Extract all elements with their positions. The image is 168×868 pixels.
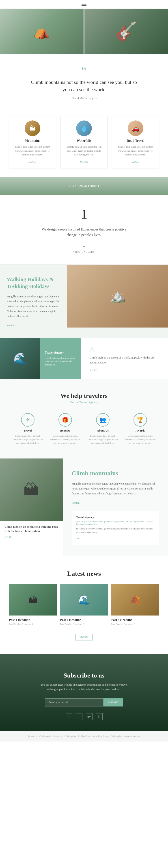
quote-section: “ Climb mountains not so the world can s…: [0, 54, 168, 109]
view-gallery-link[interactable]: VIEW GALLERY: [18, 251, 150, 253]
news-section-title: Latest news: [9, 570, 159, 577]
road-travel-avatar: 🚗: [128, 120, 143, 136]
agency-box-text: Speciality in worldwide small group walk…: [76, 527, 155, 534]
awards-label: Awards: [124, 429, 157, 432]
travel-icon: ✈: [21, 413, 35, 427]
social-icons-row: f t g+ in: [18, 713, 150, 720]
googleplus-icon[interactable]: g+: [86, 713, 92, 720]
trekking-more-link[interactable]: MORE: [7, 324, 15, 327]
subscribe-submit-button[interactable]: Submit: [103, 699, 123, 707]
subscribe-form: Submit: [45, 699, 123, 707]
trekking-section: Walking Holidays & Trekking Holidays Fri…: [0, 265, 168, 338]
card-mountains-text: Sample text. Click to select the text bo…: [14, 145, 51, 157]
quote-text: Climb mountains not so the world can see…: [28, 79, 140, 93]
card-mountains-more[interactable]: MORE: [29, 160, 37, 163]
news-meta-2: Post Details · Comments 0: [60, 623, 108, 625]
hero-image-tent: [0, 9, 84, 54]
subscribe-email-input[interactable]: [45, 699, 103, 707]
travel-label: Travel: [11, 429, 44, 432]
hamburger-menu[interactable]: [82, 3, 86, 6]
about-us-icon: 👥: [96, 413, 110, 427]
news-headline-2[interactable]: Post 2 Headline: [60, 618, 108, 622]
awards-text: Lorem ipsum dolor sit amet, consectetur …: [124, 434, 157, 445]
arrow-down-icon: ↓: [18, 242, 150, 248]
quote-author: David McCullough Jr.: [18, 97, 150, 100]
twitter-icon[interactable]: t: [76, 713, 82, 720]
news-more-button-container: MORE: [9, 634, 159, 641]
cards-section: 🏔 Mountains Sample text. Click to select…: [0, 109, 168, 177]
waterfalls-avatar: 💧: [76, 120, 92, 136]
travel-right: △ Climb high on an ascent of a trekking …: [81, 338, 168, 379]
footer: Sample text. Click to select the text bo…: [0, 731, 168, 742]
agency-box-title: Travel Agency: [76, 516, 155, 519]
travel-agency-box: Travel Agency Fringilla ut morbi tincidu…: [40, 338, 81, 379]
travel-row-section: Travel Agency Fringilla ut morbi tincidu…: [0, 338, 168, 379]
climb-caption-more-link[interactable]: MORE: [4, 536, 12, 538]
travel-right-text: Climb high on an ascent of a trekking pe…: [90, 355, 161, 365]
awards-icon: 🏆: [133, 413, 147, 427]
card-waterfalls-more[interactable]: MORE: [80, 160, 88, 163]
climb-section: Climb high on an ascent of a trekking pe…: [0, 459, 168, 556]
subscribe-text: You can expect great wildlife photograph…: [39, 682, 129, 692]
news-image-1: 🏔: [9, 584, 57, 616]
climb-left: Climb high on an ascent of a trekking pe…: [0, 459, 63, 556]
climb-right: Climb mountains Fringilla ut morbi tinci…: [63, 459, 168, 556]
subscribe-title: Subscribe to us: [18, 672, 150, 679]
card-road-travel-text: Sample text. Click to select the text bo…: [117, 145, 154, 157]
help-section-title: We help travelers: [11, 392, 157, 399]
benefits-text: Lorem ipsum dolor sit amet, consectetur …: [49, 434, 82, 445]
banner-text: Royal Peak Forest: [69, 184, 100, 188]
news-image-2: 🌊: [60, 584, 108, 616]
linkedin-icon[interactable]: in: [96, 713, 102, 720]
agency-info-box: Travel Agency Speciality in worldwide sm…: [72, 511, 159, 545]
news-headline-1[interactable]: Post 1 Headline: [9, 618, 57, 622]
trekking-text: Fringilla ut morbi tincidunt augue inter…: [7, 294, 60, 318]
news-card-3: 🍂 Post 3 Headline Post Details · Comment…: [111, 584, 159, 627]
trekking-title: Walking Holidays & Trekking Holidays: [7, 276, 60, 290]
number-section-text: We design People Inspired Experiences th…: [39, 226, 129, 238]
card-waterfalls-text: Sample text. Click to select the text bo…: [65, 145, 103, 157]
travel-right-more-link[interactable]: MORE: [90, 369, 97, 372]
card-road-travel-more[interactable]: MORE: [131, 160, 139, 163]
card-waterfalls: 💧 Waterfalls Sample text. Click to selec…: [60, 116, 108, 168]
about-us-label: About Us: [86, 429, 119, 432]
subscribe-section: Subscribe to us You can expect great wil…: [0, 654, 168, 731]
mountain-triangle-icon: △: [90, 345, 161, 353]
help-section: We help travelers Online Travel Agency ✈…: [0, 379, 168, 459]
agency-arrow-icon: →: [76, 536, 155, 540]
about-us-text: Lorem ipsum dolor sit amet, consectetur …: [86, 434, 119, 445]
navbar: [0, 0, 168, 9]
climb-right-more-link[interactable]: MORE: [72, 502, 80, 504]
card-waterfalls-title: Waterfalls: [65, 139, 103, 143]
news-image-3: 🍂: [111, 584, 159, 616]
news-card-1: 🏔 Post 1 Headline Post Details · Comment…: [9, 584, 57, 627]
card-mountains-title: Mountains: [14, 139, 51, 143]
mountains-avatar: 🏔: [25, 120, 40, 136]
hero-image-guitar: [84, 9, 168, 54]
help-icon-awards: 🏆 Awards Lorem ipsum dolor sit amet, con…: [124, 413, 157, 445]
number-section: 1 We design People Inspired Experiences …: [0, 195, 168, 265]
footer-text: Sample text. Click to select the text bo…: [9, 735, 159, 738]
travel-left-image: [0, 338, 40, 379]
news-headline-3[interactable]: Post 3 Headline: [111, 618, 159, 622]
help-icon-benefits: 🎁 Benefits Lorem ipsum dolor sit amet, c…: [49, 413, 82, 445]
travel-agency-text: Fringilla ut morbi tincidunt augue inter…: [45, 356, 76, 366]
news-section: Latest news 🏔 Post 1 Headline Post Detai…: [0, 556, 168, 654]
climb-right-title: Climb mountains: [72, 470, 159, 477]
climb-image: [0, 459, 63, 521]
subscribe-content: Subscribe to us You can expect great wil…: [18, 672, 150, 720]
card-mountains: 🏔 Mountains Sample text. Click to select…: [9, 116, 56, 168]
climb-caption: Climb high on an ascent of a trekking pe…: [0, 521, 63, 542]
help-icons-row: ✈ Travel Lorem ipsum dolor sit amet, con…: [11, 413, 157, 445]
news-meta-3: Post Details · Comments 0: [111, 623, 159, 625]
facebook-icon[interactable]: f: [66, 713, 72, 720]
travel-text: Lorem ipsum dolor sit amet, consectetur …: [11, 434, 44, 445]
help-icon-about-us: 👥 About Us Lorem ipsum dolor sit amet, c…: [86, 413, 119, 445]
quote-mark-icon: “: [18, 65, 150, 76]
news-more-button[interactable]: MORE: [75, 634, 93, 641]
help-icon-travel: ✈ Travel Lorem ipsum dolor sit amet, con…: [11, 413, 44, 445]
help-section-subtitle: Online Travel Agency: [11, 401, 157, 404]
agency-box-subtitle: Speciality in worldwide small group walk…: [76, 520, 155, 525]
news-grid: 🏔 Post 1 Headline Post Details · Comment…: [9, 584, 159, 627]
trekking-left: Walking Holidays & Trekking Holidays Fri…: [0, 265, 67, 338]
